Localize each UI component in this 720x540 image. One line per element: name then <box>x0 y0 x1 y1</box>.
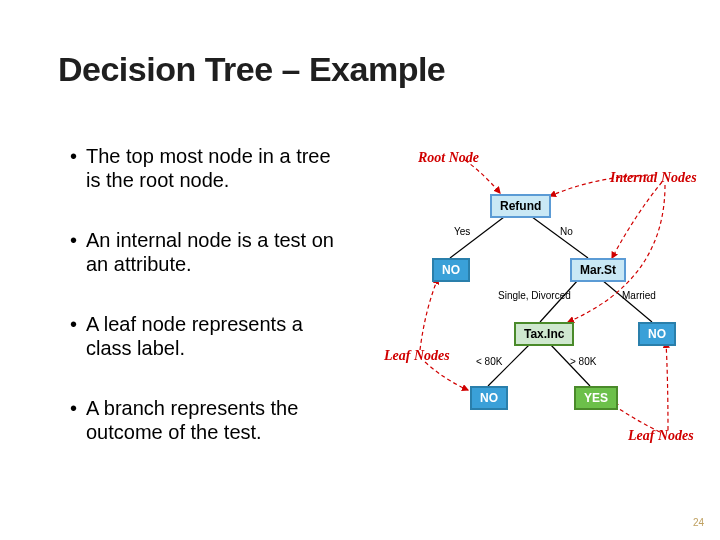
bullet-leaf-node: A leaf node represents a class label. <box>70 312 340 360</box>
svg-line-1 <box>528 214 588 258</box>
edge-taxinc-lt80k: < 80K <box>476 356 502 367</box>
edge-marst-single: Single, Divorced <box>498 290 571 301</box>
node-no-married: NO <box>638 322 676 346</box>
annotation-leaf-nodes-right: Leaf Nodes <box>628 428 694 444</box>
svg-line-2 <box>540 280 578 322</box>
edge-taxinc-gt80k: > 80K <box>570 356 596 367</box>
annotation-leaf-nodes-left: Leaf Nodes <box>384 348 450 364</box>
bullet-internal-node: An internal node is a test on an attribu… <box>70 228 340 276</box>
page-title: Decision Tree – Example <box>58 50 445 89</box>
annotation-root-node: Root Node <box>418 150 479 166</box>
node-no-refund-yes: NO <box>432 258 470 282</box>
edge-refund-yes: Yes <box>454 226 470 237</box>
node-marst: Mar.St <box>570 258 626 282</box>
node-taxinc: Tax.Inc <box>514 322 574 346</box>
svg-line-3 <box>602 280 652 322</box>
slide-number: 24 <box>693 517 704 528</box>
bullet-list: The top most node in a tree is the root … <box>70 144 340 480</box>
edge-marst-married: Married <box>622 290 656 301</box>
decision-tree-diagram: Root Node Internal Nodes Leaf Nodes Leaf… <box>390 150 700 450</box>
node-yes-gt80k: YES <box>574 386 618 410</box>
bullet-branch: A branch represents the outcome of the t… <box>70 396 340 444</box>
annotation-internal-nodes: Internal Nodes <box>610 170 697 186</box>
edge-refund-no: No <box>560 226 573 237</box>
node-refund: Refund <box>490 194 551 218</box>
bullet-root-node: The top most node in a tree is the root … <box>70 144 340 192</box>
node-no-lt80k: NO <box>470 386 508 410</box>
